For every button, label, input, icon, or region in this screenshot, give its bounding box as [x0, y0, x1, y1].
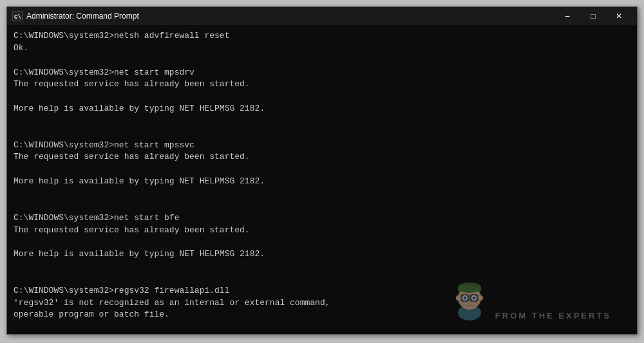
- maximize-button[interactable]: □: [580, 10, 606, 23]
- command-prompt-window[interactable]: C\ Administrator: Command Prompt – □ ✕ C…: [6, 6, 638, 335]
- title-bar: C\ Administrator: Command Prompt – □ ✕: [7, 7, 637, 25]
- console-output: C:\WINDOWS\system32>netsh advfirewall re…: [7, 25, 637, 334]
- svg-point-15: [479, 295, 483, 301]
- svg-point-9: [472, 297, 475, 300]
- window-title: Administrator: Command Prompt: [26, 12, 554, 21]
- watermark-text: FROM THE EXPERTS: [495, 310, 611, 322]
- svg-point-8: [463, 297, 466, 300]
- mascot-icon: [450, 277, 489, 322]
- svg-point-13: [468, 301, 471, 303]
- svg-text:C\: C\: [14, 14, 21, 21]
- close-button[interactable]: ✕: [606, 10, 632, 23]
- minimize-button[interactable]: –: [554, 10, 580, 23]
- svg-point-14: [456, 295, 460, 301]
- watermark: FROM THE EXPERTS: [450, 277, 611, 322]
- window-controls[interactable]: – □ ✕: [554, 10, 632, 23]
- window-icon: C\: [12, 11, 23, 21]
- svg-rect-5: [458, 286, 481, 292]
